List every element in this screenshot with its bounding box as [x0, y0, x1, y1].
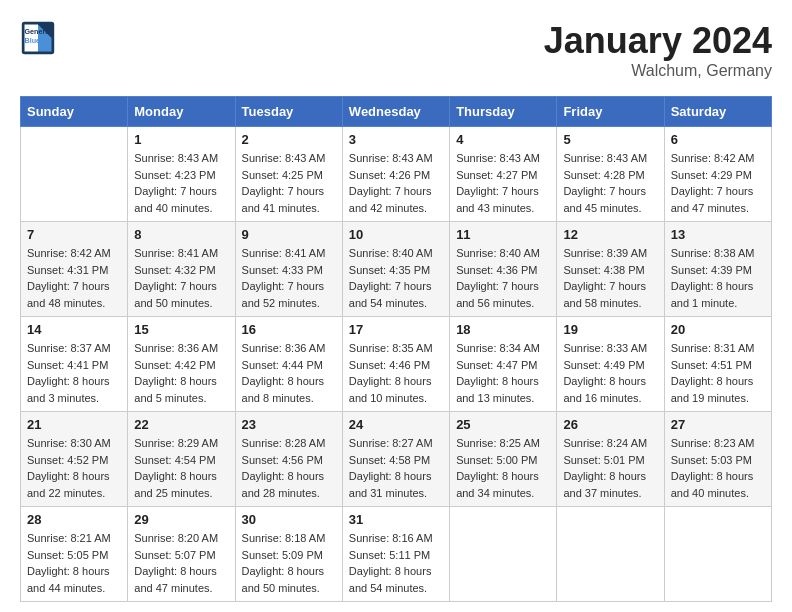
day-number: 2 — [242, 132, 336, 147]
day-number: 25 — [456, 417, 550, 432]
location: Walchum, Germany — [544, 62, 772, 80]
column-header-saturday: Saturday — [664, 97, 771, 127]
day-cell: 21Sunrise: 8:30 AMSunset: 4:52 PMDayligh… — [21, 412, 128, 507]
day-number: 4 — [456, 132, 550, 147]
day-info: Sunrise: 8:43 AMSunset: 4:27 PMDaylight:… — [456, 150, 550, 216]
day-number: 17 — [349, 322, 443, 337]
day-info: Sunrise: 8:38 AMSunset: 4:39 PMDaylight:… — [671, 245, 765, 311]
day-number: 30 — [242, 512, 336, 527]
day-number: 24 — [349, 417, 443, 432]
day-number: 13 — [671, 227, 765, 242]
day-info: Sunrise: 8:35 AMSunset: 4:46 PMDaylight:… — [349, 340, 443, 406]
day-number: 18 — [456, 322, 550, 337]
logo-icon: General Blue — [20, 20, 56, 56]
day-info: Sunrise: 8:41 AMSunset: 4:32 PMDaylight:… — [134, 245, 228, 311]
day-number: 14 — [27, 322, 121, 337]
day-cell: 10Sunrise: 8:40 AMSunset: 4:35 PMDayligh… — [342, 222, 449, 317]
day-cell — [450, 507, 557, 602]
svg-text:Blue: Blue — [25, 36, 41, 45]
day-number: 5 — [563, 132, 657, 147]
day-info: Sunrise: 8:43 AMSunset: 4:25 PMDaylight:… — [242, 150, 336, 216]
day-info: Sunrise: 8:18 AMSunset: 5:09 PMDaylight:… — [242, 530, 336, 596]
day-cell: 5Sunrise: 8:43 AMSunset: 4:28 PMDaylight… — [557, 127, 664, 222]
day-cell: 6Sunrise: 8:42 AMSunset: 4:29 PMDaylight… — [664, 127, 771, 222]
day-cell: 23Sunrise: 8:28 AMSunset: 4:56 PMDayligh… — [235, 412, 342, 507]
day-info: Sunrise: 8:36 AMSunset: 4:44 PMDaylight:… — [242, 340, 336, 406]
day-number: 11 — [456, 227, 550, 242]
day-number: 1 — [134, 132, 228, 147]
day-info: Sunrise: 8:37 AMSunset: 4:41 PMDaylight:… — [27, 340, 121, 406]
day-info: Sunrise: 8:34 AMSunset: 4:47 PMDaylight:… — [456, 340, 550, 406]
week-row-3: 14Sunrise: 8:37 AMSunset: 4:41 PMDayligh… — [21, 317, 772, 412]
day-number: 28 — [27, 512, 121, 527]
day-cell: 2Sunrise: 8:43 AMSunset: 4:25 PMDaylight… — [235, 127, 342, 222]
day-info: Sunrise: 8:36 AMSunset: 4:42 PMDaylight:… — [134, 340, 228, 406]
week-row-5: 28Sunrise: 8:21 AMSunset: 5:05 PMDayligh… — [21, 507, 772, 602]
day-number: 9 — [242, 227, 336, 242]
day-cell: 26Sunrise: 8:24 AMSunset: 5:01 PMDayligh… — [557, 412, 664, 507]
day-cell: 25Sunrise: 8:25 AMSunset: 5:00 PMDayligh… — [450, 412, 557, 507]
page-header: General Blue January 2024 Walchum, Germa… — [20, 20, 772, 80]
day-info: Sunrise: 8:21 AMSunset: 5:05 PMDaylight:… — [27, 530, 121, 596]
column-header-tuesday: Tuesday — [235, 97, 342, 127]
column-header-wednesday: Wednesday — [342, 97, 449, 127]
day-info: Sunrise: 8:30 AMSunset: 4:52 PMDaylight:… — [27, 435, 121, 501]
day-cell: 3Sunrise: 8:43 AMSunset: 4:26 PMDaylight… — [342, 127, 449, 222]
header-row: SundayMondayTuesdayWednesdayThursdayFrid… — [21, 97, 772, 127]
week-row-4: 21Sunrise: 8:30 AMSunset: 4:52 PMDayligh… — [21, 412, 772, 507]
day-number: 20 — [671, 322, 765, 337]
month-title: January 2024 — [544, 20, 772, 62]
day-cell: 22Sunrise: 8:29 AMSunset: 4:54 PMDayligh… — [128, 412, 235, 507]
day-number: 8 — [134, 227, 228, 242]
day-number: 26 — [563, 417, 657, 432]
day-cell: 18Sunrise: 8:34 AMSunset: 4:47 PMDayligh… — [450, 317, 557, 412]
day-number: 12 — [563, 227, 657, 242]
calendar-table: SundayMondayTuesdayWednesdayThursdayFrid… — [20, 96, 772, 602]
week-row-1: 1Sunrise: 8:43 AMSunset: 4:23 PMDaylight… — [21, 127, 772, 222]
day-info: Sunrise: 8:31 AMSunset: 4:51 PMDaylight:… — [671, 340, 765, 406]
day-number: 7 — [27, 227, 121, 242]
day-cell: 24Sunrise: 8:27 AMSunset: 4:58 PMDayligh… — [342, 412, 449, 507]
week-row-2: 7Sunrise: 8:42 AMSunset: 4:31 PMDaylight… — [21, 222, 772, 317]
day-info: Sunrise: 8:33 AMSunset: 4:49 PMDaylight:… — [563, 340, 657, 406]
day-info: Sunrise: 8:24 AMSunset: 5:01 PMDaylight:… — [563, 435, 657, 501]
day-cell: 9Sunrise: 8:41 AMSunset: 4:33 PMDaylight… — [235, 222, 342, 317]
day-number: 23 — [242, 417, 336, 432]
day-cell: 12Sunrise: 8:39 AMSunset: 4:38 PMDayligh… — [557, 222, 664, 317]
day-info: Sunrise: 8:43 AMSunset: 4:23 PMDaylight:… — [134, 150, 228, 216]
day-info: Sunrise: 8:40 AMSunset: 4:35 PMDaylight:… — [349, 245, 443, 311]
day-cell: 19Sunrise: 8:33 AMSunset: 4:49 PMDayligh… — [557, 317, 664, 412]
day-cell: 31Sunrise: 8:16 AMSunset: 5:11 PMDayligh… — [342, 507, 449, 602]
day-number: 31 — [349, 512, 443, 527]
day-cell — [664, 507, 771, 602]
day-cell: 4Sunrise: 8:43 AMSunset: 4:27 PMDaylight… — [450, 127, 557, 222]
day-info: Sunrise: 8:42 AMSunset: 4:29 PMDaylight:… — [671, 150, 765, 216]
day-number: 29 — [134, 512, 228, 527]
day-cell: 27Sunrise: 8:23 AMSunset: 5:03 PMDayligh… — [664, 412, 771, 507]
day-number: 19 — [563, 322, 657, 337]
day-number: 3 — [349, 132, 443, 147]
day-info: Sunrise: 8:42 AMSunset: 4:31 PMDaylight:… — [27, 245, 121, 311]
day-cell: 16Sunrise: 8:36 AMSunset: 4:44 PMDayligh… — [235, 317, 342, 412]
day-number: 22 — [134, 417, 228, 432]
day-number: 10 — [349, 227, 443, 242]
day-info: Sunrise: 8:29 AMSunset: 4:54 PMDaylight:… — [134, 435, 228, 501]
day-cell — [557, 507, 664, 602]
day-info: Sunrise: 8:39 AMSunset: 4:38 PMDaylight:… — [563, 245, 657, 311]
day-info: Sunrise: 8:16 AMSunset: 5:11 PMDaylight:… — [349, 530, 443, 596]
column-header-sunday: Sunday — [21, 97, 128, 127]
day-cell — [21, 127, 128, 222]
day-info: Sunrise: 8:41 AMSunset: 4:33 PMDaylight:… — [242, 245, 336, 311]
day-number: 16 — [242, 322, 336, 337]
day-info: Sunrise: 8:40 AMSunset: 4:36 PMDaylight:… — [456, 245, 550, 311]
day-cell: 1Sunrise: 8:43 AMSunset: 4:23 PMDaylight… — [128, 127, 235, 222]
day-info: Sunrise: 8:28 AMSunset: 4:56 PMDaylight:… — [242, 435, 336, 501]
day-cell: 17Sunrise: 8:35 AMSunset: 4:46 PMDayligh… — [342, 317, 449, 412]
day-info: Sunrise: 8:25 AMSunset: 5:00 PMDaylight:… — [456, 435, 550, 501]
day-info: Sunrise: 8:20 AMSunset: 5:07 PMDaylight:… — [134, 530, 228, 596]
day-cell: 8Sunrise: 8:41 AMSunset: 4:32 PMDaylight… — [128, 222, 235, 317]
day-cell: 11Sunrise: 8:40 AMSunset: 4:36 PMDayligh… — [450, 222, 557, 317]
day-cell: 29Sunrise: 8:20 AMSunset: 5:07 PMDayligh… — [128, 507, 235, 602]
day-info: Sunrise: 8:43 AMSunset: 4:26 PMDaylight:… — [349, 150, 443, 216]
day-cell: 30Sunrise: 8:18 AMSunset: 5:09 PMDayligh… — [235, 507, 342, 602]
